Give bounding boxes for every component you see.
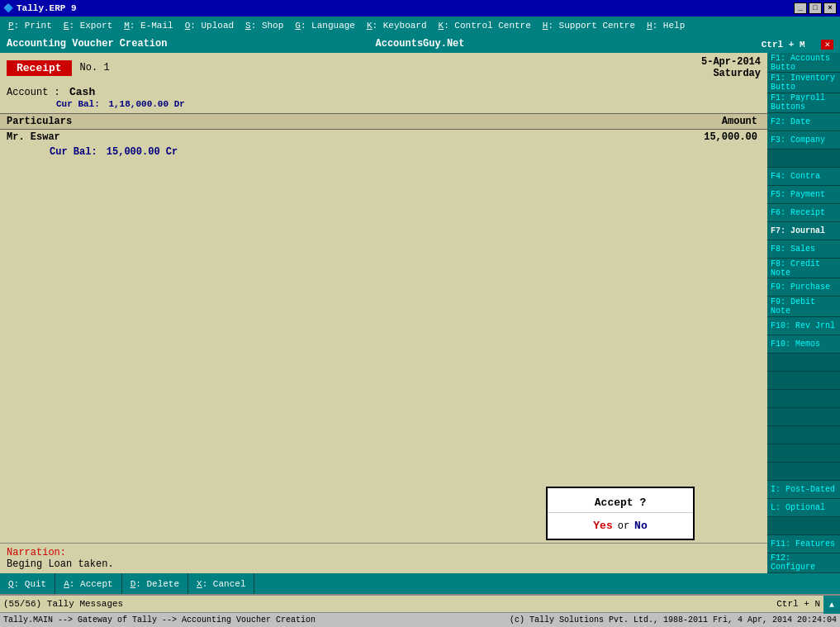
table-row: Mr. Eswar 15,000.00 [0, 130, 767, 145]
right-sidebar: F1: Accounts Butto F1: Inventory Butto F… [767, 53, 840, 573]
header-center-text: AccountsGuy.Net [213, 38, 627, 50]
path-text: Tally.MAIN --> Gateway of Tally --> Acco… [3, 615, 510, 625]
header-close-btn[interactable]: ✕ [821, 40, 833, 50]
dialog-title: Accept ? [548, 488, 693, 513]
app-title: Tally.ERP 9 [17, 3, 77, 13]
sidebar-empty-9 [767, 517, 840, 535]
sidebar-optional[interactable]: L: Optional [767, 499, 840, 517]
voucher-type-badge: Receipt [7, 60, 72, 76]
window-controls: _ □ × [794, 2, 837, 14]
account-row: Account : Cash [7, 86, 761, 98]
ctrl-m-label: Ctrl + M [762, 40, 805, 50]
messages-bar: (55/56) Tally Messages Ctrl + N ▲ [0, 594, 840, 612]
sidebar-journal[interactable]: F7: Journal [767, 222, 840, 240]
accept-yes-button[interactable]: Yes [593, 520, 612, 532]
sidebar-payment[interactable]: F5: Payment [767, 186, 840, 204]
menu-bar: P: Print E: Export M: E-Mail O: Upload S… [0, 17, 840, 35]
entry-bal-label: Cur Bal: [50, 146, 97, 158]
menu-shop[interactable]: S: Shop [240, 19, 288, 32]
voucher-header: Receipt No. 1 5-Apr-2014 Saturday [0, 53, 767, 83]
accept-no-button[interactable]: No [634, 520, 648, 532]
account-label: Account : [7, 87, 60, 98]
accept-dialog: Accept ? Yes or No [546, 487, 695, 540]
particulars-header: Particulars [0, 114, 556, 130]
voucher-date-area: 5-Apr-2014 Saturday [701, 56, 761, 79]
quit-button[interactable]: Q: Quit [0, 573, 55, 594]
narration-label: Narration: [7, 547, 761, 558]
menu-support[interactable]: H: Support Centre [538, 19, 640, 32]
sidebar-post-dated[interactable]: I: Post-Dated [767, 481, 840, 499]
entry-name: Mr. Eswar [0, 130, 556, 145]
accept-button[interactable]: A: Accept [55, 573, 121, 594]
narration-section: Narration: Beging Loan taken. [0, 543, 767, 573]
amount-header: Amount [556, 114, 767, 130]
status-bar: Tally.MAIN --> Gateway of Tally --> Acco… [0, 612, 840, 627]
account-balance: Cur Bal: 1,18,000.00 Dr [56, 99, 185, 109]
sidebar-empty-7 [767, 444, 840, 463]
delete-button[interactable]: D: Delete [122, 573, 188, 594]
header-shortcut: Ctrl + M ✕ [627, 39, 833, 50]
menu-export[interactable]: E: Export [59, 19, 117, 32]
header-bar: Accounting Voucher Creation AccountsGuy.… [0, 35, 840, 53]
page-title: Accounting Voucher Creation [7, 38, 213, 50]
table-row-balance: Cur Bal: 15,000.00 Cr [0, 145, 767, 159]
dialog-or-text: or [618, 520, 629, 532]
sidebar-memos[interactable]: F10: Memos [767, 335, 840, 354]
sidebar-date[interactable]: F2: Date [767, 113, 840, 131]
sidebar-empty-1 [767, 150, 840, 168]
sidebar-sales[interactable]: F8: Sales [767, 240, 840, 259]
maximize-button[interactable]: □ [809, 2, 822, 14]
account-name: Cash [69, 86, 95, 98]
main-area: Receipt No. 1 5-Apr-2014 Saturday Accoun… [0, 53, 840, 573]
sidebar-contra[interactable]: F4: Contra [767, 168, 840, 186]
menu-keyboard[interactable]: K: Keyboard [362, 19, 432, 32]
sidebar-empty-3 [767, 372, 840, 390]
sidebar-empty-4 [767, 390, 840, 408]
narration-text: Beging Loan taken. [7, 558, 761, 570]
bottom-action-bar: Q: Quit A: Accept D: Delete X: Cancel [0, 573, 840, 594]
cancel-button[interactable]: X: Cancel [188, 573, 254, 594]
cur-bal-label: Cur Bal: [56, 99, 100, 109]
voucher-day: Saturday [701, 68, 761, 79]
sidebar-inventory-buttons[interactable]: F1: Inventory Butto [767, 73, 840, 93]
title-bar: 🔷 Tally.ERP 9 _ □ × [0, 0, 840, 17]
sidebar-receipt[interactable]: F6: Receipt [767, 204, 840, 222]
sidebar-empty-2 [767, 354, 840, 372]
sidebar-rev-jrnl[interactable]: F10: Rev Jrnl [767, 317, 840, 335]
menu-print[interactable]: P: Print [3, 19, 57, 32]
menu-help[interactable]: H: Help [642, 19, 690, 32]
sidebar-payroll-buttons[interactable]: F1: Payroll Buttons [767, 93, 840, 113]
entry-bal-value: 15,000.00 Cr [107, 146, 178, 158]
cur-bal-value: 1,18,000.00 Dr [108, 99, 184, 109]
voucher-table: Particulars Amount Mr. Eswar 15,000.00 C… [0, 113, 767, 159]
menu-language[interactable]: G: Language [290, 19, 360, 32]
sidebar-company[interactable]: F3: Company [767, 131, 840, 150]
sidebar-purchase[interactable]: F9: Purchase [767, 278, 840, 297]
entry-balance: Cur Bal: 15,000.00 Cr [0, 145, 556, 159]
menu-email[interactable]: M: E-Mail [119, 19, 178, 32]
copyright-text: (c) Tally Solutions Pvt. Ltd., 1988-2011… [510, 615, 837, 625]
voucher-date: 5-Apr-2014 [701, 56, 761, 68]
menu-upload[interactable]: O: Upload [180, 19, 239, 32]
minimize-button[interactable]: _ [794, 2, 807, 14]
sidebar-credit-note[interactable]: F8: Credit Note [767, 259, 840, 278]
dialog-options: Yes or No [548, 513, 693, 539]
entry-amount: 15,000.00 [556, 130, 767, 145]
messages-text: (55/56) Tally Messages [3, 599, 123, 609]
ctrl-n-label: Ctrl + N [776, 599, 820, 609]
sidebar-configure[interactable]: F12: Configure [767, 553, 840, 573]
sidebar-accounts-buttons[interactable]: F1: Accounts Butto [767, 53, 840, 73]
messages-arrow[interactable]: ▲ [823, 596, 840, 614]
menu-control-centre[interactable]: K: Control Centre [434, 19, 536, 32]
account-section: Account : Cash Cur Bal: 1,18,000.00 Dr [0, 83, 767, 113]
sidebar-debit-note[interactable]: F9: Debit Note [767, 297, 840, 316]
account-balance-row: Cur Bal: 1,18,000.00 Dr [7, 98, 761, 110]
left-content: Receipt No. 1 5-Apr-2014 Saturday Accoun… [0, 53, 767, 573]
sidebar-empty-6 [767, 426, 840, 444]
sidebar-empty-8 [767, 463, 840, 481]
close-button[interactable]: × [823, 2, 837, 14]
table-header-row: Particulars Amount [0, 114, 767, 130]
sidebar-features[interactable]: F11: Features [767, 535, 840, 553]
voucher-number: No. 1 [80, 62, 110, 74]
sidebar-empty-5 [767, 408, 840, 426]
